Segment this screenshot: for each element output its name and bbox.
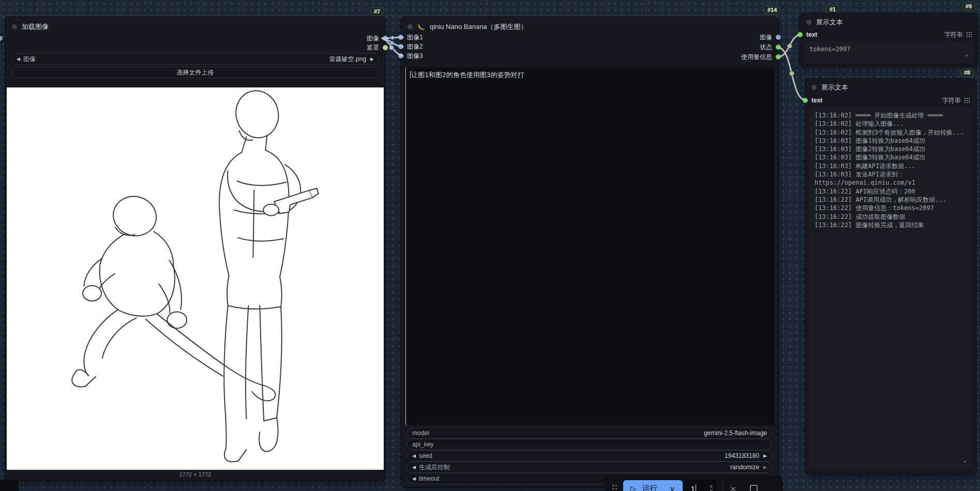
log-line: [13:16:22] 成功提取图像数据 <box>815 213 967 221</box>
output-slot-dot[interactable] <box>0 36 3 41</box>
log-line: https://openai.qiniu.com/v1 <box>815 178 967 187</box>
image-preview[interactable] <box>7 87 384 470</box>
seed-decrement-icon[interactable]: ◀ <box>412 454 416 458</box>
text-slot-row: text 字符串 <box>800 30 978 39</box>
log-line: [13:16:02] 处理输入图像... <box>815 120 967 128</box>
string-grid-icon <box>964 98 970 103</box>
output-label: 使用量信息 <box>741 53 772 62</box>
node-nano-banana[interactable]: qiniu Nano Banana（多图生图） 图像1 图像2 图像3 图像 状… <box>401 17 778 487</box>
batch-count-value: 1 <box>691 484 695 491</box>
log-line: [13:16:03] 图像1转换为base64成功 <box>815 137 967 145</box>
count-decrement-icon[interactable]: ∨ <box>710 488 713 491</box>
output-label: 图像 <box>367 34 379 43</box>
node-show-text-log-header[interactable]: 展示文本 <box>805 79 976 96</box>
node-show-text-log[interactable]: 展示文本 text 字符串 [13:16:02] ════ 开始图像生成处理 ═… <box>805 79 976 474</box>
node-title: 展示文本 <box>816 18 843 27</box>
run-options-chevron-icon[interactable]: ∨ <box>670 485 675 491</box>
text-slot-row: text 字符串 <box>805 96 976 105</box>
node-id-badge-9: #9 <box>962 2 975 11</box>
output-label: 遮罩 <box>367 43 379 52</box>
node-id-badge-14: #14 <box>764 6 780 14</box>
control-prev-icon[interactable]: ◀ <box>412 465 416 470</box>
node-title: 加载图像 <box>22 22 49 32</box>
cancel-button[interactable]: × <box>730 483 736 491</box>
log-line: [13:16:22] 使用量信息：tokens=2097 <box>815 204 967 212</box>
node-id-badge-8: #8 <box>960 68 974 77</box>
output-label: 状态 <box>760 43 772 52</box>
log-line: [13:16:03] 图像2转换为base64成功 <box>815 145 967 153</box>
log-line: [13:16:02] 检测到3个有效输入图像，开始转换... <box>815 128 967 137</box>
collapse-dot[interactable] <box>408 24 413 29</box>
combo-label: 图像 <box>23 55 36 64</box>
offscreen-node-corner <box>0 480 19 491</box>
model-widget[interactable]: model gemini-2.5-flash-image <box>407 427 772 439</box>
image-dimensions-caption: 1772 × 1772 <box>5 471 385 478</box>
mask-output-slot[interactable] <box>383 45 388 50</box>
tokens-text-widget[interactable]: tokens=2097 ✦✦ <box>804 41 974 63</box>
log-line: [13:16:22] API调用成功，解析响应数据... <box>815 196 967 204</box>
node-title: 展示文本 <box>821 83 848 92</box>
node-editor-canvas[interactable]: 加载图像 图像 遮罩 ◀ 图像 雷霆破空.png ▶ 选择文件上传 <box>0 0 980 491</box>
output-row-mask: 遮罩 <box>5 43 385 52</box>
sparkle-icon: ✦✦ <box>961 456 967 465</box>
text-caret <box>696 484 696 491</box>
output-row-image: 图像 <box>401 33 778 42</box>
run-button[interactable]: ▷ 运行 ∨ <box>623 480 683 491</box>
divider <box>722 482 723 491</box>
stop-icon[interactable] <box>750 485 758 491</box>
text-input-slot[interactable] <box>803 98 808 103</box>
image-output-slot[interactable] <box>776 35 781 40</box>
node-id-badge-hidden: #1 <box>826 5 839 14</box>
log-line: [13:16:03] 发送API请求到： <box>815 170 967 178</box>
node-show-text-tokens-header[interactable]: 展示文本 <box>800 13 978 31</box>
log-line: [13:16:02] ════ 开始图像生成处理 ════ <box>815 111 967 120</box>
pose-sketch-image <box>7 87 384 468</box>
log-text-widget[interactable]: [13:16:02] ════ 开始图像生成处理 ════ [13:16:02]… <box>809 107 972 469</box>
control-after-generate-widget[interactable]: ◀ 生成后控制 randomize ▶ <box>407 462 772 473</box>
node-show-text-tokens[interactable]: 展示文本 text 字符串 tokens=2097 ✦✦ <box>800 13 978 66</box>
log-line: [13:16:22] 图像转换完成，返回结果 <box>815 221 967 229</box>
api-key-widget[interactable]: api_key <box>407 439 772 450</box>
run-button-label: 运行 <box>642 484 658 491</box>
play-icon: ▷ <box>630 485 637 491</box>
seed-widget[interactable]: ◀ seed 1943183180 ▶ <box>407 450 772 462</box>
node-title: qiniu Nano Banana（多图生图） <box>430 22 527 32</box>
banana-icon <box>417 23 425 31</box>
image-output-slot[interactable] <box>383 36 388 41</box>
usage-output-slot[interactable] <box>776 54 781 59</box>
log-line: [13:16:03] 图像3转换为base64成功 <box>815 153 967 161</box>
output-label: 图像 <box>760 33 772 42</box>
text-input-slot[interactable] <box>797 32 803 37</box>
node-load-image[interactable]: 加载图像 图像 遮罩 ◀ 图像 雷霆破空.png ▶ 选择文件上传 <box>5 17 385 481</box>
sparkle-icon: ✦✦ <box>963 50 969 59</box>
output-row-usage: 使用量信息 <box>401 52 778 62</box>
collapse-dot[interactable] <box>12 24 17 29</box>
node-id-badge-7: #7 <box>370 7 384 16</box>
seed-increment-icon[interactable]: ▶ <box>763 454 767 458</box>
combo-value: 雷霆破空.png <box>329 55 366 64</box>
run-control-bar[interactable]: ▷ 运行 ∨ 1 ∧ ∨ × <box>606 477 782 491</box>
image-file-combo[interactable]: ◀ 图像 雷霆破空.png ▶ <box>11 53 379 65</box>
string-grid-icon <box>967 32 972 37</box>
text-caret <box>410 71 411 78</box>
collapse-dot[interactable] <box>811 85 817 90</box>
control-next-icon[interactable]: ▶ <box>763 465 767 470</box>
prompt-text: 让图1和图2的角色使用图3的姿势对打 <box>411 71 524 79</box>
log-line: [13:16:22] API响应状态码：200 <box>815 187 967 196</box>
timeout-decrement-icon[interactable]: ◀ <box>412 477 416 481</box>
combo-next-icon[interactable]: ▶ <box>370 57 374 62</box>
collapse-dot[interactable] <box>806 20 811 25</box>
prompt-textarea[interactable]: 让图1和图2的角色使用图3的姿势对打 <box>405 67 774 425</box>
combo-prev-icon[interactable]: ◀ <box>17 57 20 62</box>
drag-handle-icon[interactable] <box>612 485 617 491</box>
upload-button[interactable]: 选择文件上传 <box>11 67 379 78</box>
status-output-slot[interactable] <box>776 44 781 50</box>
offscreen-node-stub <box>0 33 3 43</box>
log-line: [13:16:03] 构建API请求数据... <box>815 162 967 170</box>
output-row-image: 图像 <box>5 34 385 43</box>
output-row-status: 状态 <box>401 42 778 52</box>
batch-count-input[interactable]: 1 ∧ ∨ <box>684 480 716 491</box>
